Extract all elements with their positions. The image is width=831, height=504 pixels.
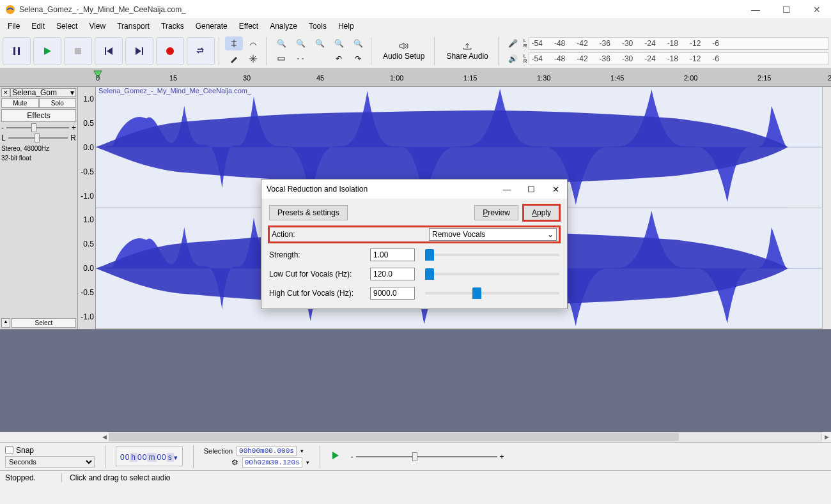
selection-start-field[interactable]: 00h00m00.000s: [237, 446, 297, 456]
menu-tracks[interactable]: Tracks: [156, 20, 189, 32]
dialog-maximize-button[interactable]: ☐: [525, 185, 538, 194]
zoom-toggle-button[interactable]: 🔍: [349, 36, 367, 50]
menu-file[interactable]: File: [3, 20, 25, 32]
svg-rect-4: [75, 48, 81, 54]
track-effects-button[interactable]: Effects: [1, 109, 76, 122]
time-position-display[interactable]: 00h00m00s▾: [116, 447, 183, 466]
selection-tool[interactable]: [225, 36, 243, 50]
share-icon: [462, 42, 473, 50]
snap-checkbox[interactable]: Snap: [5, 446, 95, 455]
dialog-titlebar[interactable]: Vocal Reduction and Isolation — ☐ ✕: [261, 179, 567, 199]
menu-transport[interactable]: Transport: [112, 20, 155, 32]
trim-button[interactable]: [272, 52, 290, 66]
multi-tool[interactable]: [244, 52, 262, 66]
timeline-tick: 1:15: [463, 74, 477, 82]
vertical-scrollbar[interactable]: [822, 87, 831, 329]
zoom-out-button[interactable]: 🔍: [291, 36, 309, 50]
timeline-tick: 1:45: [610, 74, 624, 82]
silence-button[interactable]: [291, 52, 309, 66]
presets-settings-button[interactable]: Presets & settings: [269, 205, 348, 220]
selection-end-field[interactable]: 00h02m30.120s: [242, 457, 302, 468]
audio-setup-label: Audio Setup: [383, 52, 424, 61]
track-bitdepth-info: 32-bit float: [1, 155, 76, 162]
playback-speed-slider[interactable]: -+: [351, 452, 504, 461]
playback-meter[interactable]: -54-48-42-36-30-24-18-12-6: [529, 52, 828, 65]
svg-marker-16: [332, 452, 339, 459]
menu-tools[interactable]: Tools: [304, 20, 332, 32]
stop-button[interactable]: [64, 37, 92, 65]
pan-slider[interactable]: LR: [1, 134, 76, 142]
skip-start-button[interactable]: [95, 37, 123, 65]
menu-help[interactable]: Help: [333, 20, 359, 32]
undo-button[interactable]: ↶: [330, 52, 348, 66]
draw-tool[interactable]: [225, 52, 243, 66]
menu-analyze[interactable]: Analyze: [265, 20, 302, 32]
play-at-speed-button[interactable]: [330, 450, 341, 462]
window-maximize-button[interactable]: ☐: [777, 4, 795, 15]
play-button[interactable]: [33, 37, 61, 65]
dialog-close-button[interactable]: ✕: [549, 185, 562, 194]
share-audio-button[interactable]: Share Audio: [440, 37, 493, 65]
solo-button[interactable]: Solo: [39, 98, 77, 108]
svg-rect-2: [18, 47, 20, 55]
redo-button[interactable]: ↷: [349, 52, 367, 66]
clip-title[interactable]: Selena_Gomez_-_My_Mind_Me_CeeNaija.com_: [97, 87, 252, 95]
fit-project-button[interactable]: 🔍: [330, 36, 348, 50]
mute-button[interactable]: Mute: [1, 98, 39, 108]
lowcut-slider[interactable]: [425, 273, 559, 275]
zoom-in-button[interactable]: 🔍: [272, 36, 290, 50]
svg-point-9: [166, 47, 174, 55]
recording-meter[interactable]: -54-48-42-36-30-24-18-12-6: [529, 37, 828, 50]
action-dropdown[interactable]: Remove Vocals⌄: [429, 228, 557, 241]
menu-edit[interactable]: Edit: [26, 20, 50, 32]
gain-slider[interactable]: -+: [1, 123, 76, 132]
selection-toolbar: Snap Seconds 00h00m00s▾ Selection 00h00m…: [0, 442, 831, 470]
spacer: [311, 52, 329, 66]
amplitude-ruler: 1.00.50.0-0.5-1.0 1.00.50.0-0.5-1.0: [78, 87, 96, 329]
svg-rect-1: [13, 47, 15, 55]
selection-label: Selection: [204, 447, 233, 455]
gear-icon[interactable]: ⚙: [204, 458, 238, 467]
horizontal-scrollbar[interactable]: ◀ ▶: [0, 432, 831, 442]
menu-effect[interactable]: Effect: [234, 20, 263, 32]
menu-generate[interactable]: Generate: [190, 20, 233, 32]
loop-button[interactable]: [187, 37, 215, 65]
svg-point-0: [6, 5, 15, 14]
highcut-input[interactable]: [370, 287, 415, 300]
track-collapse-button[interactable]: ▲: [1, 318, 10, 328]
apply-button[interactable]: Apply: [524, 205, 559, 220]
snap-unit-select[interactable]: Seconds: [5, 456, 95, 468]
record-button[interactable]: [156, 37, 184, 65]
track-close-button[interactable]: ✕: [1, 88, 10, 97]
menu-select[interactable]: Select: [51, 20, 82, 32]
track-select-button[interactable]: Select: [12, 318, 76, 328]
strength-input[interactable]: [370, 248, 415, 261]
timeline-tick: 15: [169, 74, 177, 82]
window-close-button[interactable]: ✕: [808, 4, 826, 15]
record-meter-mic-icon[interactable]: 🎤: [504, 36, 522, 50]
lowcut-label: Low Cut for Vocals (Hz):: [269, 270, 365, 279]
timeline-tick: 1:30: [537, 74, 550, 82]
audio-setup-button[interactable]: Audio Setup: [377, 37, 430, 65]
strength-slider[interactable]: [425, 254, 559, 256]
playback-meter-speaker-icon[interactable]: 🔊: [504, 52, 522, 66]
svg-rect-7: [142, 47, 143, 55]
menu-view[interactable]: View: [84, 20, 111, 32]
vocal-reduction-dialog: Vocal Reduction and Isolation — ☐ ✕ Pres…: [261, 179, 568, 309]
meter-lr-label: LR: [524, 38, 527, 49]
preview-button[interactable]: Preview: [474, 205, 518, 220]
pause-button[interactable]: [3, 37, 31, 65]
fit-selection-button[interactable]: 🔍: [311, 36, 329, 50]
envelope-tool[interactable]: [244, 36, 262, 50]
svg-rect-10: [278, 57, 284, 60]
skip-end-button[interactable]: [125, 37, 153, 65]
timeline-tick: 30: [243, 74, 251, 82]
playback-state: Stopped.: [5, 473, 36, 482]
highcut-slider[interactable]: [425, 292, 559, 294]
meter-lr-label: LR: [524, 54, 527, 64]
track-name-dropdown[interactable]: Selena_Gom▾: [10, 88, 76, 97]
lowcut-input[interactable]: [370, 268, 415, 280]
timeline-ruler[interactable]: 01530451:001:151:301:452:002:152:30: [0, 69, 831, 87]
dialog-minimize-button[interactable]: —: [501, 185, 513, 194]
window-minimize-button[interactable]: —: [747, 4, 765, 15]
